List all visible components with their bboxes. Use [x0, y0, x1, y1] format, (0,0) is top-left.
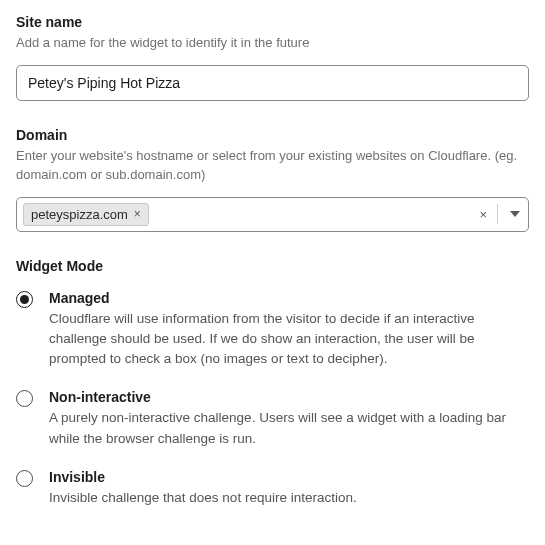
domain-field: Domain Enter your website's hostname or … [16, 127, 529, 232]
domain-label: Domain [16, 127, 529, 143]
domain-helper: Enter your website's hostname or select … [16, 147, 529, 185]
radio-label: Managed [49, 290, 529, 306]
radio-button[interactable] [16, 390, 33, 407]
radio-description: A purely non-interactive challenge. User… [49, 408, 529, 449]
domain-chip-text: peteyspizza.com [31, 207, 128, 222]
radio-button[interactable] [16, 470, 33, 487]
radio-description: Invisible challenge that does not requir… [49, 488, 529, 508]
radio-description: Cloudflare will use information from the… [49, 309, 529, 370]
site-name-field: Site name Add a name for the widget to i… [16, 14, 529, 101]
widget-mode-option-noninteractive[interactable]: Non-interactive A purely non-interactive… [16, 389, 529, 449]
radio-body: Non-interactive A purely non-interactive… [49, 389, 529, 449]
chevron-down-icon[interactable] [504, 211, 522, 217]
widget-mode-option-invisible[interactable]: Invisible Invisible challenge that does … [16, 469, 529, 508]
widget-mode-section: Widget Mode Managed Cloudflare will use … [16, 258, 529, 509]
widget-mode-option-managed[interactable]: Managed Cloudflare will use information … [16, 290, 529, 370]
radio-label: Invisible [49, 469, 529, 485]
radio-body: Invisible Invisible challenge that does … [49, 469, 529, 508]
widget-mode-title: Widget Mode [16, 258, 529, 274]
domain-chip: peteyspizza.com × [23, 203, 149, 226]
site-name-helper: Add a name for the widget to identify it… [16, 34, 529, 53]
domain-combobox[interactable]: peteyspizza.com × × [16, 197, 529, 232]
radio-label: Non-interactive [49, 389, 529, 405]
radio-dot-icon [20, 295, 29, 304]
radio-button[interactable] [16, 291, 33, 308]
domain-chip-remove-icon[interactable]: × [134, 207, 141, 221]
site-name-label: Site name [16, 14, 529, 30]
combo-divider [497, 204, 498, 224]
domain-clear-icon[interactable]: × [475, 207, 491, 222]
radio-body: Managed Cloudflare will use information … [49, 290, 529, 370]
site-name-input[interactable] [16, 65, 529, 101]
